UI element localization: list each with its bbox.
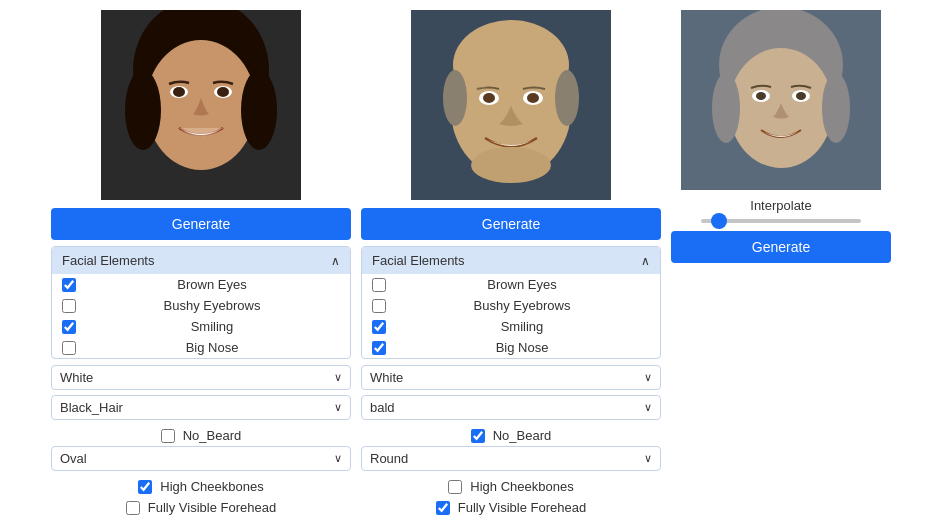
race-dropdown-arrow-1: ∨ <box>334 371 342 384</box>
checkbox-row-big-nose-2: Big Nose <box>362 337 660 358</box>
face-shape-dropdown-arrow-1: ∨ <box>334 452 342 465</box>
generate-button-interpolate[interactable]: Generate <box>671 231 891 263</box>
bushy-eyebrows-label-1: Bushy Eyebrows <box>84 298 340 313</box>
hair-dropdown-1[interactable]: Black_Hair ∨ <box>51 395 351 420</box>
facial-elements-label-2: Facial Elements <box>372 253 464 268</box>
high-cheekbones-label-2: High Cheekbones <box>470 479 573 494</box>
face-image-3 <box>681 10 881 190</box>
svg-point-4 <box>173 87 185 97</box>
svg-point-11 <box>453 20 569 110</box>
face-shape-dropdown-arrow-2: ∨ <box>644 452 652 465</box>
no-beard-checkbox-2[interactable] <box>471 429 485 443</box>
slider-container <box>671 219 891 223</box>
column-2: Generate Facial Elements ∧ Brown Eyes Bu… <box>361 10 661 518</box>
checkbox-row-big-nose-1: Big Nose <box>52 337 350 358</box>
face-shape-dropdown-1[interactable]: Oval ∨ <box>51 446 351 471</box>
facial-elements-panel-1: Facial Elements ∧ Brown Eyes Bushy Eyebr… <box>51 246 351 359</box>
hair-dropdown-2[interactable]: bald ∨ <box>361 395 661 420</box>
hair-dropdown-arrow-1: ∨ <box>334 401 342 414</box>
checkbox-row-high-cheekbones-2: High Cheekbones <box>438 476 583 497</box>
smiling-label-2: Smiling <box>394 319 650 334</box>
slider-track <box>701 219 861 223</box>
fully-visible-forehead-label-1: Fully Visible Forehead <box>148 500 276 515</box>
svg-point-12 <box>443 70 467 126</box>
svg-point-8 <box>241 70 277 150</box>
slider-thumb[interactable] <box>711 213 727 229</box>
svg-point-7 <box>125 70 161 150</box>
interpolate-label: Interpolate <box>750 198 811 213</box>
hair-value-1: Black_Hair <box>60 400 123 415</box>
high-cheekbones-label-1: High Cheekbones <box>160 479 263 494</box>
chevron-up-icon-1: ∧ <box>331 254 340 268</box>
svg-point-23 <box>822 73 850 143</box>
big-nose-checkbox-1[interactable] <box>62 341 76 355</box>
svg-point-27 <box>796 92 806 100</box>
checkbox-row-fully-visible-forehead-2: Fully Visible Forehead <box>426 497 596 518</box>
no-beard-checkbox-1[interactable] <box>161 429 175 443</box>
smiling-label-1: Smiling <box>84 319 340 334</box>
hair-value-2: bald <box>370 400 395 415</box>
generate-button-1[interactable]: Generate <box>51 208 351 240</box>
chevron-up-icon-2: ∧ <box>641 254 650 268</box>
face-image-1 <box>101 10 301 200</box>
no-beard-row-2: No_Beard <box>461 425 562 446</box>
svg-point-18 <box>471 147 551 183</box>
checkbox-row-fully-visible-forehead-1: Fully Visible Forehead <box>116 497 286 518</box>
face-shape-value-2: Round <box>370 451 408 466</box>
checkbox-row-smiling-1: Smiling <box>52 316 350 337</box>
brown-eyes-checkbox-1[interactable] <box>62 278 76 292</box>
hair-dropdown-arrow-2: ∨ <box>644 401 652 414</box>
column-1: Generate Facial Elements ∧ Brown Eyes Bu… <box>51 10 351 518</box>
big-nose-label-1: Big Nose <box>84 340 340 355</box>
race-dropdown-1[interactable]: White ∨ <box>51 365 351 390</box>
high-cheekbones-checkbox-1[interactable] <box>138 480 152 494</box>
race-dropdown-arrow-2: ∨ <box>644 371 652 384</box>
main-container: Generate Facial Elements ∧ Brown Eyes Bu… <box>10 10 932 518</box>
svg-point-13 <box>555 70 579 126</box>
brown-eyes-label-1: Brown Eyes <box>84 277 340 292</box>
checkbox-row-brown-eyes-1: Brown Eyes <box>52 274 350 295</box>
fully-visible-forehead-checkbox-2[interactable] <box>436 501 450 515</box>
bushy-eyebrows-checkbox-1[interactable] <box>62 299 76 313</box>
big-nose-checkbox-2[interactable] <box>372 341 386 355</box>
face-shape-dropdown-2[interactable]: Round ∨ <box>361 446 661 471</box>
smiling-checkbox-2[interactable] <box>372 320 386 334</box>
checkbox-row-smiling-2: Smiling <box>362 316 660 337</box>
svg-point-15 <box>483 93 495 103</box>
no-beard-label-2: No_Beard <box>493 428 552 443</box>
brown-eyes-checkbox-2[interactable] <box>372 278 386 292</box>
race-value-2: White <box>370 370 403 385</box>
facial-elements-header-2[interactable]: Facial Elements ∧ <box>362 247 660 274</box>
fully-visible-forehead-label-2: Fully Visible Forehead <box>458 500 586 515</box>
big-nose-label-2: Big Nose <box>394 340 650 355</box>
smiling-checkbox-1[interactable] <box>62 320 76 334</box>
brown-eyes-label-2: Brown Eyes <box>394 277 650 292</box>
svg-point-22 <box>712 73 740 143</box>
interpolate-column: Interpolate Generate <box>671 10 891 269</box>
bushy-eyebrows-label-2: Bushy Eyebrows <box>394 298 650 313</box>
facial-elements-header-1[interactable]: Facial Elements ∧ <box>52 247 350 274</box>
generate-button-2[interactable]: Generate <box>361 208 661 240</box>
bushy-eyebrows-checkbox-2[interactable] <box>372 299 386 313</box>
svg-point-25 <box>756 92 766 100</box>
checkbox-row-brown-eyes-2: Brown Eyes <box>362 274 660 295</box>
checkbox-row-bushy-eyebrows-1: Bushy Eyebrows <box>52 295 350 316</box>
race-dropdown-2[interactable]: White ∨ <box>361 365 661 390</box>
facial-elements-label-1: Facial Elements <box>62 253 154 268</box>
face-image-2 <box>411 10 611 200</box>
facial-elements-panel-2: Facial Elements ∧ Brown Eyes Bushy Eyebr… <box>361 246 661 359</box>
fully-visible-forehead-checkbox-1[interactable] <box>126 501 140 515</box>
svg-point-6 <box>217 87 229 97</box>
no-beard-label-1: No_Beard <box>183 428 242 443</box>
svg-point-17 <box>527 93 539 103</box>
checkbox-row-bushy-eyebrows-2: Bushy Eyebrows <box>362 295 660 316</box>
no-beard-row-1: No_Beard <box>151 425 252 446</box>
checkbox-row-high-cheekbones-1: High Cheekbones <box>128 476 273 497</box>
face-shape-value-1: Oval <box>60 451 87 466</box>
high-cheekbones-checkbox-2[interactable] <box>448 480 462 494</box>
race-value-1: White <box>60 370 93 385</box>
